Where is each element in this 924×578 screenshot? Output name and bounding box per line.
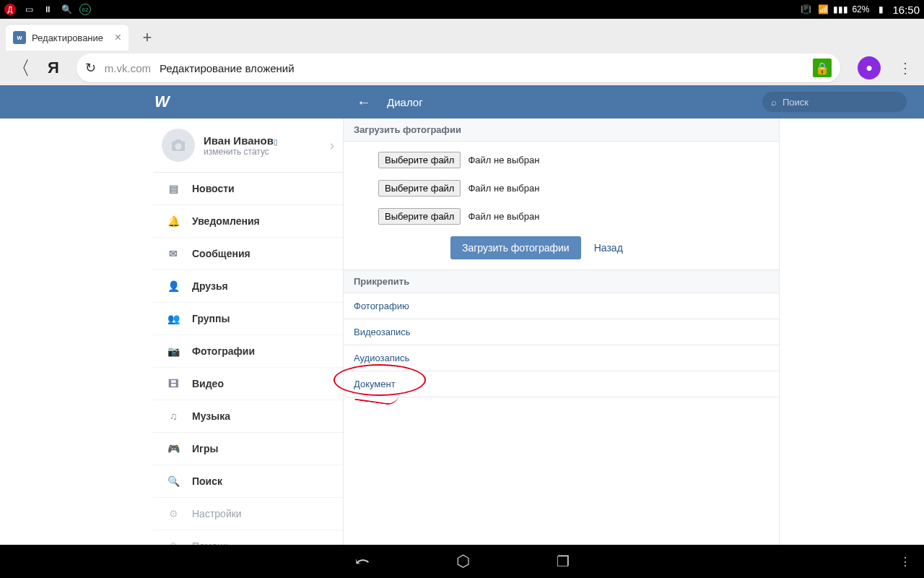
sidebar-item-label: Фотографии: [192, 345, 255, 357]
search-icon: 🔍: [61, 4, 72, 15]
users-icon: 👥: [166, 311, 180, 326]
file-status: Файл не выбран: [468, 155, 539, 165]
sidebar-item-notifications[interactable]: 🔔 Уведомления: [153, 205, 343, 238]
profile-status[interactable]: изменить статус: [204, 147, 278, 157]
close-icon[interactable]: ×: [115, 31, 121, 44]
nav-menu-icon[interactable]: ⋮: [899, 555, 911, 569]
android-nav-bar: ⤺ ⬡ ❐ ⋮: [0, 545, 924, 578]
chevron-right-icon: ›: [330, 138, 334, 153]
news-icon: ▤: [166, 181, 180, 196]
search-placeholder: Поиск: [783, 97, 808, 108]
back-link[interactable]: Назад: [594, 242, 623, 254]
url-domain: m.vk.com: [105, 62, 151, 74]
sidebar-item-label: Друзья: [192, 280, 228, 292]
sidebar-item-label: Новости: [192, 183, 235, 194]
sidebar: Иван Иванов▯ изменить статус › ▤ Новости…: [153, 118, 344, 545]
vk-logo[interactable]: W: [154, 92, 191, 111]
sidebar-item-games[interactable]: 🎮 Игры: [153, 433, 343, 465]
attach-video-link[interactable]: Видеозапись: [344, 319, 779, 345]
upload-submit-button[interactable]: Загрузить фотографии: [450, 236, 581, 259]
sidebar-item-music[interactable]: ♫ Музыка: [153, 400, 343, 433]
camera-icon: 📷: [166, 344, 180, 358]
sidebar-item-label: Сообщения: [192, 248, 250, 259]
sidebar-item-label: Группы: [192, 313, 230, 324]
app-badge-icon: Д: [4, 4, 16, 15]
battery-icon: ▮: [875, 4, 886, 15]
vk-header: W ← Диалог ⌕ Поиск: [0, 85, 924, 118]
sidebar-item-messages[interactable]: ✉ Сообщения: [153, 238, 343, 270]
voice-search-icon[interactable]: ●: [858, 56, 881, 79]
avatar: [162, 129, 195, 162]
signal-icon: ▮▮▮: [834, 4, 846, 15]
nav-home-icon[interactable]: ⬡: [456, 552, 470, 571]
sidebar-item-label: Уведомления: [192, 215, 260, 227]
envelope-icon: ✉: [166, 246, 180, 261]
reload-icon[interactable]: ↻: [85, 60, 96, 76]
battery-percent: 62%: [852, 4, 869, 14]
sidebar-item-label: Музыка: [192, 410, 230, 422]
sidebar-item-label: Видео: [192, 378, 224, 389]
choose-file-button[interactable]: Выберите файл: [378, 152, 461, 168]
sidebar-item-label: Поиск: [192, 475, 222, 487]
camera-icon: [170, 139, 186, 152]
sidebar-item-video[interactable]: 🎞 Видео: [153, 368, 343, 400]
film-icon: 🎞: [166, 376, 180, 391]
file-status: Файл не выбран: [468, 211, 539, 222]
clock: 16:50: [892, 4, 920, 16]
annotation-tail: [354, 389, 399, 406]
attach-document-label: Документ: [354, 379, 396, 389]
gamepad-icon: 🎮: [166, 441, 180, 456]
choose-file-button[interactable]: Выберите файл: [378, 180, 461, 197]
nav-back-button[interactable]: 〈: [12, 56, 30, 81]
vibrate-icon: 📳: [800, 4, 811, 15]
pause-icon: ⏸: [42, 4, 53, 15]
nav-recent-icon[interactable]: ❐: [557, 553, 570, 570]
main-content: Загрузить фотографии Выберите файл Файл …: [344, 118, 780, 545]
attach-photo-link[interactable]: Фотографию: [344, 293, 779, 319]
sidebar-item-groups[interactable]: 👥 Группы: [153, 303, 343, 335]
attach-audio-link[interactable]: Аудиозапись: [344, 345, 779, 371]
image-icon: ▭: [23, 4, 35, 15]
file-input-row: Выберите файл Файл не выбран: [378, 152, 744, 168]
back-arrow-icon[interactable]: ←: [357, 94, 371, 111]
android-status-bar: Д ▭ ⏸ 🔍 62 📳 📶 ▮▮▮ 62% ▮ 16:50: [0, 0, 924, 19]
wifi-icon: 📶: [817, 4, 829, 15]
yandex-logo[interactable]: Я: [48, 59, 59, 77]
kebab-menu-icon[interactable]: ⋮: [898, 59, 912, 77]
url-page-title: Редактирование вложений: [160, 62, 295, 74]
file-input-row: Выберите файл Файл не выбран: [378, 208, 744, 225]
bell-icon: 🔔: [166, 214, 180, 228]
sidebar-item-settings[interactable]: ⚙ Настройки: [153, 498, 343, 530]
file-status: Файл не выбран: [468, 183, 539, 194]
sidebar-item-search[interactable]: 🔍 Поиск: [153, 465, 343, 498]
nav-back-icon[interactable]: ⤺: [355, 551, 370, 571]
browser-address-bar: 〈 Я ↻ m.vk.com Редактирование вложений 🔒…: [0, 51, 924, 85]
sidebar-item-label: Игры: [192, 443, 218, 454]
upload-heading: Загрузить фотографии: [344, 118, 779, 142]
music-icon: ♫: [166, 409, 180, 423]
sync-icon: 62: [79, 4, 91, 15]
user-icon: 👤: [166, 279, 180, 293]
gear-icon: ⚙: [166, 506, 180, 521]
sidebar-item-news[interactable]: ▤ Новости: [153, 173, 343, 205]
attach-document-link[interactable]: Документ: [344, 371, 779, 397]
search-input[interactable]: ⌕ Поиск: [762, 92, 907, 112]
page-title: Диалог: [387, 96, 423, 108]
tab-title: Редактирование: [32, 33, 109, 43]
new-tab-button[interactable]: +: [134, 25, 160, 51]
browser-tab[interactable]: w Редактирование ×: [6, 25, 128, 51]
profile-name: Иван Иванов▯: [204, 134, 278, 147]
search-icon: ⌕: [771, 97, 777, 108]
choose-file-button[interactable]: Выберите файл: [378, 208, 461, 225]
attach-heading: Прикрепить: [344, 270, 779, 293]
url-field[interactable]: ↻ m.vk.com Редактирование вложений 🔒: [77, 53, 840, 82]
search-icon: 🔍: [166, 474, 180, 488]
sidebar-item-label: Настройки: [192, 508, 242, 519]
profile-header[interactable]: Иван Иванов▯ изменить статус ›: [153, 118, 343, 173]
vk-favicon: w: [13, 31, 26, 44]
browser-tabstrip: w Редактирование × +: [0, 19, 924, 51]
secure-lock-icon[interactable]: 🔒: [813, 59, 832, 77]
sidebar-item-friends[interactable]: 👤 Друзья: [153, 270, 343, 303]
sidebar-item-photos[interactable]: 📷 Фотографии: [153, 335, 343, 368]
file-input-row: Выберите файл Файл не выбран: [378, 180, 744, 197]
